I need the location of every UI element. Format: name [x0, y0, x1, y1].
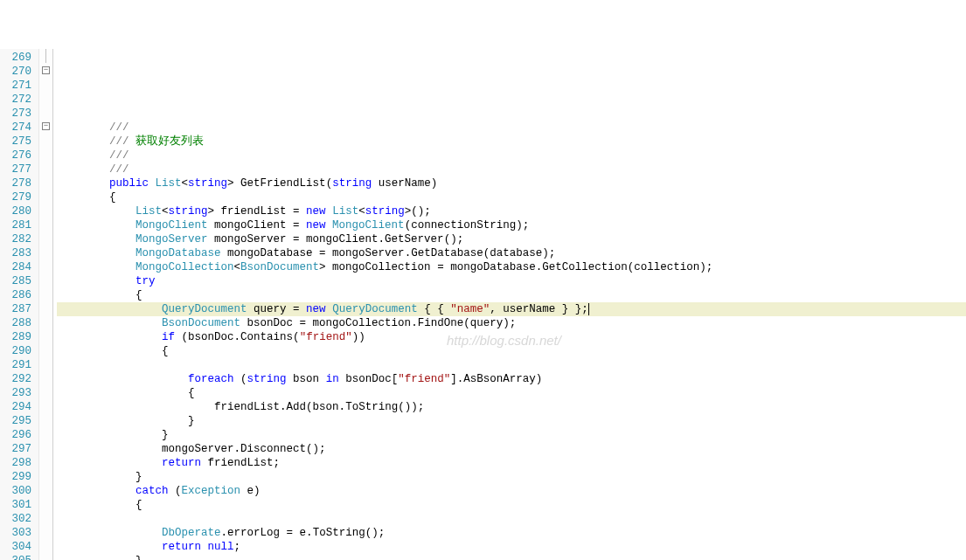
code-line: catch (Exception e)	[57, 484, 966, 498]
code-line: {	[57, 386, 966, 400]
code-line	[57, 107, 966, 121]
code-line: return null;	[57, 540, 966, 554]
code-line: try	[57, 274, 966, 288]
code-line: return friendList;	[57, 456, 966, 470]
code-line: {	[57, 190, 966, 204]
code-line: }	[57, 428, 966, 442]
code-line: MongoClient mongoClient = new MongoClien…	[57, 218, 966, 232]
code-line: List<string> friendList = new List<strin…	[57, 204, 966, 218]
code-line: friendList.Add(bson.ToString());	[57, 400, 966, 414]
code-line: {	[57, 288, 966, 302]
code-line: {	[57, 498, 966, 512]
fold-gutter[interactable]: −−	[39, 49, 53, 560]
code-line: MongoCollection<BsonDocument> mongoColle…	[57, 260, 966, 274]
code-line: }	[57, 470, 966, 484]
code-editor: 2692702712722732742752762772782792802812…	[0, 49, 966, 560]
watermark-url: http://blog.csdn.net/	[447, 334, 561, 348]
code-line: }	[57, 414, 966, 428]
code-line: }	[57, 554, 966, 560]
code-line: MongoServer mongoServer = mongoClient.Ge…	[57, 232, 966, 246]
code-line: DbOperate.errorLog = e.ToString();	[57, 526, 966, 540]
code-line: ///	[57, 149, 966, 162]
code-line: QueryDocument query = new QueryDocument …	[57, 302, 966, 316]
code-line: MongoDatabase mongoDatabase = mongoServe…	[57, 246, 966, 260]
code-line: ///	[57, 162, 966, 176]
code-line	[57, 358, 966, 372]
code-line: foreach (string bson in bsonDoc["friend"…	[57, 372, 966, 386]
code-line: public List<string> GetFriendList(string…	[57, 176, 966, 190]
code-line: /// 获取好友列表	[57, 135, 966, 149]
code-line: ///	[57, 121, 966, 135]
line-number-gutter: 2692702712722732742752762772782792802812…	[0, 49, 39, 560]
code-line: mongoServer.Disconnect();	[57, 442, 966, 456]
code-line: BsonDocument bsonDoc = mongoCollection.F…	[57, 316, 966, 330]
code-line	[57, 512, 966, 526]
code-area[interactable]: http://blog.csdn.net/ @51CTO博客 /// /// 获…	[53, 49, 966, 560]
